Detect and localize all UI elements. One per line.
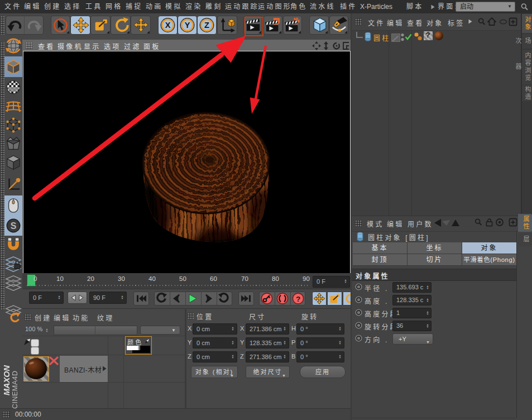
svg-text:X: X [165,21,171,30]
svg-text:?: ? [296,295,300,303]
svg-text:Y: Y [185,21,190,30]
svg-text:Z: Z [204,21,209,30]
svg-text:S: S [11,221,17,231]
